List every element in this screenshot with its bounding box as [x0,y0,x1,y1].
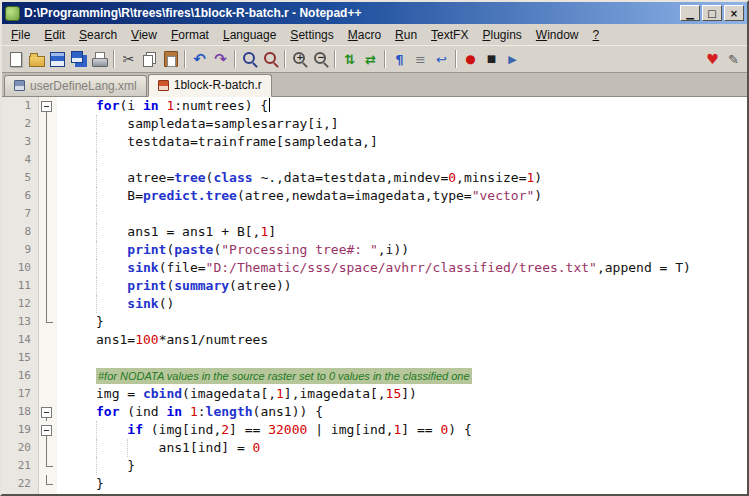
menu-item-macro[interactable]: Macro [341,26,388,44]
menu-item-file[interactable]: File [4,26,37,44]
code-line[interactable]: 9 print(paste("Processing tree#: ",i)) [2,241,747,259]
line-number[interactable]: 18 [2,403,38,421]
code-line[interactable]: 19 if (img[ind,2] == 32000 | img[ind,1] … [2,421,747,439]
code-line[interactable]: 16#for NODATA values in the source raste… [2,367,747,385]
replace-icon[interactable] [261,50,280,69]
menu-item-window[interactable]: Window [529,26,586,44]
code-line[interactable]: 20 ans1[ind] = 0 [2,439,747,457]
code-segment: | img[ind, [307,422,393,437]
code-text: #for NODATA values in the source raster … [56,367,747,385]
menu-item-run[interactable]: Run [388,26,424,44]
code-text: sink() [56,295,747,313]
line-number[interactable]: 5 [2,169,38,187]
code-line[interactable]: 14ans1=100*ans1/numtrees [2,331,747,349]
tab-1block-r-batch-r[interactable]: 1block-R-batch.r [148,74,272,97]
code-segment: sampledata=samplesarray[i,] [96,116,339,131]
code-line[interactable]: 2 sampledata=samplesarray[i,] [2,115,747,133]
close-button[interactable]: × [724,5,744,21]
cut-icon[interactable]: ✂ [119,50,138,69]
new-file-icon[interactable] [6,50,25,69]
editor[interactable]: 1for(i in 1:numtrees) {2 sampledata=samp… [2,97,747,494]
code-line[interactable]: 3 testdata=trainframe[sampledata,] [2,133,747,151]
code-line[interactable]: 4 [2,151,747,169]
line-number[interactable]: 11 [2,277,38,295]
line-number[interactable]: 12 [2,295,38,313]
menu-item-edit[interactable]: Edit [37,26,72,44]
code-line[interactable]: 11 print(summary(atree)) [2,277,747,295]
line-number[interactable]: 22 [2,475,38,493]
code-line[interactable]: 15 [2,349,747,367]
macro-play-icon[interactable]: ▶ [503,50,522,69]
line-number[interactable]: 20 [2,439,38,457]
line-number[interactable]: 8 [2,223,38,241]
line-number[interactable]: 6 [2,187,38,205]
copy-icon[interactable] [140,50,159,69]
menu-item-settings[interactable]: Settings [283,26,340,44]
macro-record-icon[interactable]: ● [461,50,480,69]
code-line[interactable]: 21 } [2,457,747,475]
open-folder-icon[interactable] [27,50,46,69]
menu-item-format[interactable]: Format [164,26,216,44]
menu-item-help[interactable]: ? [586,26,607,44]
sync-vertical-icon[interactable]: ⇅ [340,50,359,69]
fold-toggle-icon[interactable] [38,421,56,439]
menu-item-view[interactable]: View [124,26,164,44]
minimize-button[interactable]: ▁ [680,5,700,21]
maximize-button[interactable]: □ [702,5,722,21]
tab-userdefinelang-xml[interactable]: userDefineLang.xml [4,75,147,96]
line-number[interactable]: 15 [2,349,38,367]
line-number[interactable]: 17 [2,385,38,403]
plugin-heart-icon[interactable]: ♥ [703,50,722,69]
code-line[interactable]: 12 sink() [2,295,747,313]
line-number[interactable]: 1 [2,97,38,115]
line-number[interactable]: 16 [2,367,38,385]
code-segment: (ind [119,404,166,419]
code-line[interactable]: 22} [2,475,747,493]
redo-icon[interactable]: ↷ [211,50,230,69]
menu-item-language[interactable]: Language [216,26,283,44]
code-line[interactable]: 17img = cbind(imagedata[,1],imagedata[,1… [2,385,747,403]
code-segment: if [127,422,143,437]
menu-item-textfx[interactable]: TextFX [424,26,475,44]
print-icon[interactable] [90,50,109,69]
menu-item-plugins[interactable]: Plugins [475,26,528,44]
code-line[interactable]: 10 sink(file="D:/Thematic/sss/space/avhr… [2,259,747,277]
save-file-icon[interactable] [48,50,67,69]
line-number[interactable]: 4 [2,151,38,169]
code-line[interactable]: 8 ans1 = ans1 + B[,1] [2,223,747,241]
show-all-chars-icon[interactable]: ¶ [390,50,409,69]
line-number[interactable]: 2 [2,115,38,133]
paste-icon[interactable] [161,50,180,69]
code-text: for(i in 1:numtrees) { [56,97,747,115]
indent-guide-icon[interactable]: ≡ [411,50,430,69]
fold-toggle-icon[interactable] [38,97,56,115]
find-icon[interactable] [240,50,259,69]
code-line[interactable]: 6 B=predict.tree(atree,newdata=imagedata… [2,187,747,205]
line-number[interactable]: 3 [2,133,38,151]
macro-stop-icon[interactable]: ■ [482,50,501,69]
code-line[interactable]: 5 atree=tree(class ~.,data=testdata,mind… [2,169,747,187]
line-number[interactable]: 7 [2,205,38,223]
title-bar[interactable]: D:\Programming\R\trees\fires\1block-R-ba… [2,2,747,24]
line-number[interactable]: 14 [2,331,38,349]
line-number[interactable]: 9 [2,241,38,259]
menu-item-search[interactable]: Search [72,26,124,44]
fold-toggle-icon[interactable] [38,403,56,421]
sync-horizontal-icon[interactable]: ⇄ [361,50,380,69]
word-wrap-icon[interactable]: ↩ [432,50,451,69]
line-number[interactable]: 21 [2,457,38,475]
line-number[interactable]: 13 [2,313,38,331]
fold-margin [38,313,56,331]
save-all-icon[interactable] [69,50,88,69]
line-number[interactable]: 10 [2,259,38,277]
undo-icon[interactable]: ↶ [190,50,209,69]
line-number[interactable]: 19 [2,421,38,439]
code-line[interactable]: 7 [2,205,747,223]
zoom-out-icon[interactable]: − [311,50,330,69]
code-text: } [56,313,747,331]
code-line[interactable]: 1for(i in 1:numtrees) { [2,97,747,115]
edit-pencil-icon[interactable]: ✎ [724,50,743,69]
zoom-in-icon[interactable]: + [290,50,309,69]
code-line[interactable]: 18for (ind in 1:length(ans1)) { [2,403,747,421]
code-line[interactable]: 13} [2,313,747,331]
